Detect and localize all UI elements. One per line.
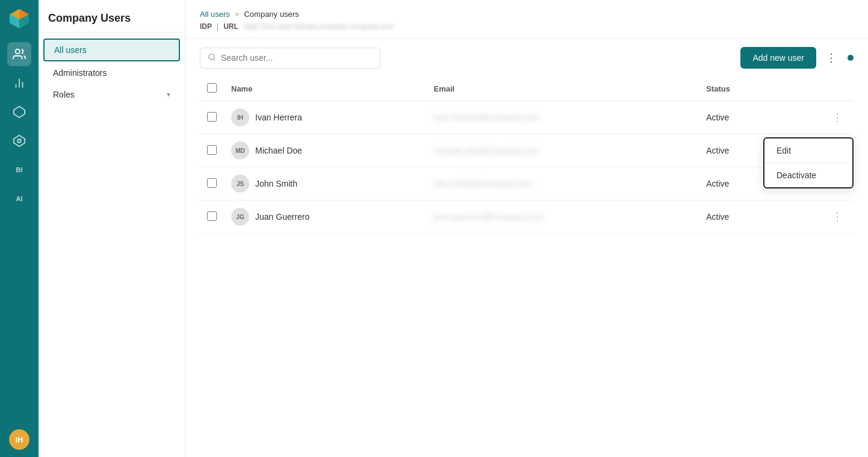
users-table: Name Email Status IH Ivan Herrera ivan.h [200,77,854,234]
row-checkbox-cell [200,201,224,234]
row-checkbox-cell [200,134,224,167]
table-row: JS John Smith john.smith@company.com Act… [200,167,854,201]
avatar: JG [231,208,249,226]
idp-label: IDP [200,22,212,31]
table-row: MD Michael Doe michael.doe@company.com A… [200,134,854,167]
sidebar-title: Company Users [39,0,185,33]
row-checkbox-cell [200,101,224,134]
col-name: Name [224,77,426,101]
user-name: John Smith [255,179,297,188]
svg-line-12 [214,58,215,60]
more-options-button[interactable]: ⋮ [822,49,842,67]
app-logo[interactable] [8,7,31,33]
svg-point-11 [209,54,214,59]
avatar: MD [231,141,249,160]
row-actions-cell: ⋮ [783,101,854,134]
user-email: ivan.herrera@company.com [433,113,539,122]
user-name: Ivan Herrera [255,113,302,122]
row-name-cell: JG Juan Guerrero [224,201,426,234]
user-email: michael.doe@company.com [433,146,539,155]
status-dot [848,55,854,61]
row-email-cell: michael.doe@company.com [426,134,699,167]
context-menu: Edit Deactivate [763,137,854,188]
breadcrumb-current: Company users [244,10,299,19]
select-all-checkbox[interactable] [207,83,217,93]
row-checkbox-cell [200,167,224,201]
sidebar-item-administrators[interactable]: Administrators [43,63,180,83]
search-input[interactable] [221,53,373,63]
row-email-cell: john.smith@company.com [426,167,699,201]
table-container: Name Email Status IH Ivan Herrera ivan.h [185,77,868,457]
main-content: All users > Company users IDP | URL http… [185,0,868,457]
user-avatar-nav[interactable]: IH [9,429,29,450]
chevron-down-icon: ▾ [167,90,170,99]
user-email: john.smith@company.com [433,179,532,188]
row-more-button[interactable]: ⋮ [828,209,846,225]
url-value: https://sso.auth.domain.example.company.… [243,22,394,31]
col-checkbox [200,77,224,101]
row-status-cell: Active [699,201,783,234]
svg-point-10 [17,139,21,143]
idp-url-row: IDP | URL https://sso.auth.domain.exampl… [200,22,854,31]
url-label: URL [223,22,238,31]
users-nav-icon[interactable] [7,42,31,66]
user-name: Michael Doe [255,146,302,155]
nav-bar: BI AI IH [0,0,39,457]
svg-point-4 [16,49,20,54]
pipe-separator: | [217,22,219,31]
row-more-button[interactable]: ⋮ [828,110,846,125]
svg-marker-9 [14,135,25,146]
row-actions-cell: ⋮ [783,201,854,234]
table-row: IH Ivan Herrera ivan.herrera@company.com… [200,101,854,134]
breadcrumb-parent[interactable]: All users [200,10,230,19]
table-row: JG Juan Guerrero juan.guerrero@company.c… [200,201,854,234]
deactivate-menu-item[interactable]: Deactivate [764,163,852,187]
bi-nav-icon[interactable]: BI [7,158,31,182]
row-email-cell: ivan.herrera@company.com [426,101,699,134]
sidebar-item-label: Administrators [53,68,107,78]
top-area: All users > Company users IDP | URL http… [185,0,868,39]
row-status-cell: Active [699,101,783,134]
sidebar: Company Users All users Administrators R… [39,0,185,457]
breadcrumb-separator: > [235,10,240,19]
sidebar-nav: All users Administrators Roles ▾ [39,33,185,111]
avatar: IH [231,108,249,126]
row-email-cell: juan.guerrero@company.com [426,201,699,234]
row-checkbox[interactable] [207,145,217,155]
search-box[interactable] [200,48,380,69]
row-checkbox[interactable] [207,112,217,122]
hexagon-nav-icon[interactable] [7,129,31,153]
search-icon [208,53,216,63]
edit-menu-item[interactable]: Edit [764,138,852,163]
row-name-cell: MD Michael Doe [224,134,426,167]
breadcrumb: All users > Company users [200,10,854,19]
user-email: juan.guerrero@company.com [433,212,544,222]
add-new-user-button[interactable]: Add new user [740,47,816,69]
sidebar-item-label: Roles [53,90,75,99]
row-checkbox[interactable] [207,211,217,221]
col-status: Status [699,77,783,101]
col-actions [783,77,854,101]
toolbar-right: Add new user ⋮ [740,47,854,69]
row-name-cell: JS John Smith [224,167,426,201]
sidebar-item-all-users[interactable]: All users [43,39,180,61]
user-name: Juan Guerrero [255,212,309,222]
sidebar-item-label: All users [54,45,87,55]
row-checkbox[interactable] [207,178,217,188]
analytics-nav-icon[interactable] [7,71,31,95]
row-name-cell: IH Ivan Herrera [224,101,426,134]
col-email: Email [426,77,699,101]
ai-nav-icon[interactable]: AI [7,187,31,211]
layers-nav-icon[interactable] [7,100,31,124]
avatar: JS [231,175,249,193]
sidebar-item-roles[interactable]: Roles ▾ [43,84,180,105]
svg-marker-8 [14,107,25,117]
toolbar: Add new user ⋮ [185,39,868,77]
